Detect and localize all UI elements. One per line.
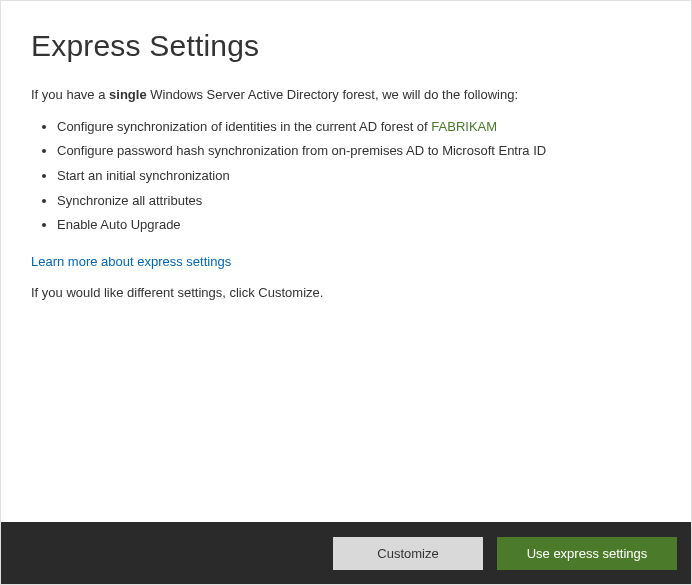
list-item: Start an initial synchronization bbox=[57, 164, 661, 189]
bullet-0-prefix: Configure synchronization of identities … bbox=[57, 119, 431, 134]
learn-more-link[interactable]: Learn more about express settings bbox=[31, 254, 231, 269]
customize-button[interactable]: Customize bbox=[333, 537, 483, 570]
intro-bold: single bbox=[109, 87, 147, 102]
intro-text: If you have a single Windows Server Acti… bbox=[31, 85, 661, 105]
intro-suffix: Windows Server Active Directory forest, … bbox=[147, 87, 518, 102]
footer-bar: Customize Use express settings bbox=[1, 522, 691, 584]
use-express-settings-button[interactable]: Use express settings bbox=[497, 537, 677, 570]
list-item: Enable Auto Upgrade bbox=[57, 213, 661, 238]
footnote-text: If you would like different settings, cl… bbox=[31, 283, 661, 303]
list-item: Configure synchronization of identities … bbox=[57, 115, 661, 140]
bullet-list: Configure synchronization of identities … bbox=[31, 115, 661, 238]
forest-name: FABRIKAM bbox=[431, 119, 497, 134]
list-item: Configure password hash synchronization … bbox=[57, 139, 661, 164]
main-content: Express Settings If you have a single Wi… bbox=[1, 1, 691, 522]
intro-prefix: If you have a bbox=[31, 87, 109, 102]
page-title: Express Settings bbox=[31, 29, 661, 63]
list-item: Synchronize all attributes bbox=[57, 189, 661, 214]
